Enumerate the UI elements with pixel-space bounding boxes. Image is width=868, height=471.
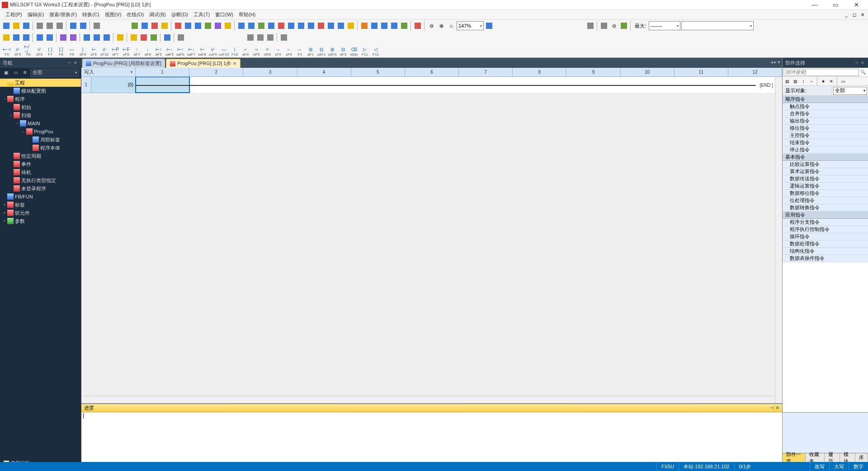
tb-btn-d5[interactable] — [400, 21, 409, 30]
tb-btn-c4[interactable] — [267, 21, 276, 30]
parts-item[interactable]: 结构化指令 — [783, 248, 868, 255]
tree-item[interactable]: −程序 — [0, 95, 81, 103]
nav-pin-button[interactable]: ⊣ — [66, 60, 71, 66]
document-tab[interactable]: ProgPou [PRG] [LD] 1步✕ — [166, 59, 241, 68]
ladder-tool-saF7[interactable]: ⊢↓saF7 — [186, 45, 196, 57]
close-button[interactable]: ✕ — [850, 1, 863, 8]
tb2-btn-1[interactable] — [2, 33, 11, 42]
parts-tb-4[interactable]: ↔ — [808, 78, 815, 85]
tb-btn-b2[interactable] — [184, 21, 193, 30]
mdi-restore-button[interactable]: ◻ — [851, 11, 858, 18]
menu-item[interactable]: 转换(C) — [80, 11, 102, 18]
tree-item[interactable]: 无执行类型指定 — [0, 176, 81, 184]
tb2-btn-dev1[interactable] — [82, 33, 91, 42]
menu-item[interactable]: 帮助(H) — [236, 11, 258, 18]
ladder-tool-aF5[interactable]: ⊢↑aF5 — [154, 45, 164, 57]
zoom-in-button[interactable]: ⊕ — [437, 21, 446, 30]
tb2-btn-10[interactable] — [139, 33, 148, 42]
tb2-btn-3[interactable] — [22, 33, 31, 42]
tb-btn-e1[interactable] — [413, 21, 422, 30]
menu-item[interactable]: 在线(O) — [124, 11, 146, 18]
parts-search-input[interactable] — [783, 69, 859, 76]
menu-item[interactable]: 视图(V) — [102, 11, 124, 18]
tb2-btn-5[interactable] — [45, 33, 54, 42]
tree-item[interactable]: 局部标签 — [0, 136, 81, 144]
tb-btn-b4[interactable] — [203, 21, 212, 30]
tb-btn-c11[interactable] — [336, 21, 345, 30]
ladder-tool-cuF5[interactable]: ⊬cuF5 — [208, 45, 218, 57]
parts-item[interactable]: 移位指令 — [783, 125, 868, 132]
tb2-btn-2[interactable] — [12, 33, 21, 42]
parts-tab[interactable]: 模块 — [840, 453, 855, 462]
print-button[interactable] — [92, 21, 101, 30]
tb-btn-b1[interactable] — [174, 21, 183, 30]
tree-item[interactable]: +软元件 — [0, 209, 81, 217]
parts-tb-7[interactable]: ▭ — [840, 78, 847, 85]
mdi-minimize-button[interactable]: _ — [843, 11, 850, 18]
ladder-scrollbar-v[interactable] — [775, 77, 782, 403]
ladder-tool-F8[interactable]: [ ]F8 — [56, 45, 66, 57]
menu-item[interactable]: 诊断(D) — [169, 11, 191, 18]
minimize-button[interactable]: — — [808, 1, 821, 8]
tab-close-button[interactable]: ✕ — [233, 61, 236, 66]
ladder-tool-cF10[interactable]: ⊬cF10 — [99, 45, 109, 57]
tb2-btn-14[interactable] — [256, 33, 265, 42]
undo-button[interactable] — [69, 21, 78, 30]
ladder-tool-sF5[interactable]: →sF5 — [273, 45, 283, 57]
progress-body[interactable] — [81, 412, 782, 462]
parts-close-button[interactable]: ✕ — [860, 60, 865, 66]
paste-button[interactable] — [55, 21, 64, 30]
menu-item[interactable]: 工具(T) — [191, 11, 212, 18]
ladder-mode-select[interactable]: 写入▾ — [81, 68, 136, 76]
ladder-tool-F5[interactable]: ⊢⊣F5 — [2, 45, 12, 57]
ladder-tool-ctF8[interactable]: ×ctF8 — [262, 45, 272, 57]
parts-pin-button[interactable]: ⊣ — [853, 60, 859, 66]
tb2-btn-11[interactable] — [149, 33, 158, 42]
tab-prev-button[interactable]: ◂ — [770, 59, 773, 65]
tb-btn-c1[interactable] — [237, 21, 246, 30]
parts-tb-2[interactable]: ▥ — [792, 78, 799, 85]
tb2-btn-12[interactable] — [176, 33, 185, 42]
tb2-btn-8[interactable] — [116, 33, 125, 42]
tree-item[interactable]: 未登录程序 — [0, 184, 81, 193]
tree-item[interactable]: 工程 — [0, 79, 81, 87]
tree-item[interactable]: −MAIN — [0, 119, 81, 127]
tb2-btn-dev4[interactable] — [163, 33, 172, 42]
ladder-tool-sAF3[interactable]: ⊞sAF3 — [327, 45, 337, 57]
parts-item[interactable]: 程序分支指令 — [783, 219, 868, 226]
tab-next-button[interactable]: ▸ — [774, 59, 777, 65]
ladder-tool-sAF1[interactable]: ⊟sAF1 — [316, 45, 326, 57]
tb2-btn-4[interactable] — [35, 33, 44, 42]
tb2-btn-13[interactable] — [246, 33, 255, 42]
ladder-tool-F4[interactable]: ↔F4 — [295, 45, 305, 57]
nav-close-button[interactable]: ✕ — [73, 60, 78, 66]
parts-item[interactable]: 触点指令 — [783, 103, 868, 110]
parts-category[interactable]: 顺序指令 — [783, 96, 868, 103]
nav-filter-select[interactable]: 全部▾ — [30, 69, 79, 77]
tb-btn-b3[interactable] — [193, 21, 203, 30]
parts-tb-5[interactable]: ★ — [820, 78, 827, 85]
tree-item[interactable]: 事件 — [0, 160, 81, 168]
tb2-btn-16[interactable] — [279, 33, 288, 42]
nav-collapse-button[interactable]: ▭ — [11, 69, 19, 77]
tb2-btn-dev3[interactable] — [102, 33, 111, 42]
tb-btn-g4[interactable] — [619, 21, 628, 30]
progress-close-button[interactable]: ✕ — [775, 405, 779, 411]
parts-item[interactable]: 比较运算指令 — [783, 161, 868, 168]
ladder-tool-saF5[interactable]: ⊢↓saF5 — [165, 45, 175, 57]
parts-item[interactable]: 数据处理指令 — [783, 240, 868, 248]
tb-btn-b5[interactable] — [213, 21, 222, 30]
tb-btn-g3[interactable]: ⊘ — [609, 21, 618, 30]
tree-item[interactable]: 模块配置图 — [0, 87, 81, 95]
tb-btn-c3[interactable] — [257, 21, 266, 30]
parts-item[interactable]: 逻辑运算指令 — [783, 183, 868, 190]
parts-item[interactable]: 数据表操作指令 — [783, 255, 868, 262]
tb-btn-a3[interactable] — [150, 21, 159, 30]
tree-item[interactable]: FB/FUN — [0, 193, 81, 201]
parts-item[interactable]: 位处理指令 — [783, 197, 868, 204]
menu-item[interactable]: 窗口(W) — [212, 11, 236, 18]
ladder-tool-F9[interactable]: —F9 — [67, 45, 77, 57]
parts-item[interactable]: 输出指令 — [783, 118, 868, 125]
ladder-tool-aF3[interactable]: ⊟aF3 — [338, 45, 348, 57]
parts-item[interactable]: 数据传送指令 — [783, 175, 868, 183]
